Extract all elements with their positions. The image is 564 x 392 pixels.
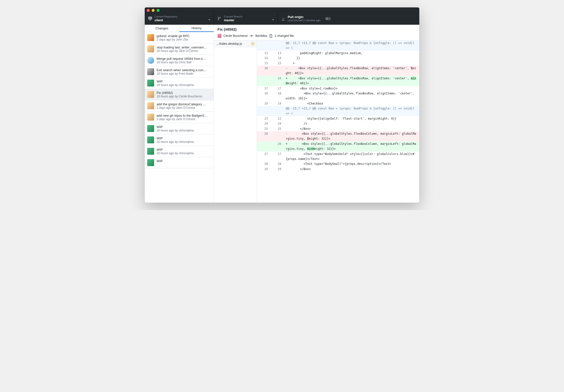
body: Changes History gobind: enable git RPC2 … xyxy=(145,25,419,203)
diff-line: @@ -23,7 +23,7 @@ const Row = (props: Ro… xyxy=(257,106,419,116)
old-line-number: 13 xyxy=(257,51,270,56)
avatar xyxy=(147,57,154,64)
diff-code: <Text type="BodySemibold" style={{color:… xyxy=(284,152,419,162)
fetch-status: Last fetched 2 minutes ago xyxy=(288,19,320,22)
sidebar: Changes History gobind: enable git RPC2 … xyxy=(145,25,214,203)
commit-item[interactable]: add the gregor.dismissCategory …2 days a… xyxy=(145,100,214,112)
diff-line: 2525 </Box> xyxy=(257,126,419,131)
branch-selector[interactable]: Current Branch master xyxy=(214,12,278,25)
new-line-number: 16 xyxy=(270,76,284,86)
diff-line: 2828 <Text type="BodySmall">{props.descr… xyxy=(257,161,419,166)
commit-list[interactable]: gobind: enable git RPC2 days ago by John… xyxy=(145,32,214,203)
window-close-button[interactable] xyxy=(147,9,150,12)
old-line-number xyxy=(257,76,270,86)
diff-code: + <Box style={{...globalStyles.flexBoxCo… xyxy=(284,141,419,152)
commit-item-meta: 20 hours ago by chrisnojima xyxy=(157,140,194,144)
old-line-number: 23 xyxy=(257,116,270,121)
commit-item[interactable]: Merge pull request #8584 from k…18 hours… xyxy=(145,55,214,66)
commit-item[interactable]: Fix (#8592)19 hours ago by Cécile Bouche… xyxy=(145,89,214,100)
new-line-number: 13 xyxy=(270,51,284,56)
content-row: .../index.desktop.js @@ -13,7 +13,7 @@ c… xyxy=(214,41,419,203)
chevron-down-icon xyxy=(208,18,210,20)
commit-item-title: WIP xyxy=(157,159,163,163)
diff-line: 2424 /> xyxy=(257,121,419,126)
diff-code: > xyxy=(284,61,419,66)
avatar xyxy=(147,159,154,166)
diff-line: 26- <Box style={{...globalStyles.flexBox… xyxy=(257,131,419,141)
window-minimize-button[interactable] xyxy=(152,9,155,12)
toolbar: Current Repository client Current Branch… xyxy=(145,12,419,25)
file-item[interactable]: .../index.desktop.js xyxy=(214,41,257,47)
diff-code: - <Box style={{...globalStyles.flexBoxCo… xyxy=(284,131,419,141)
diff-code: @@ -13,7 +13,7 @@ const Row = (props: Ro… xyxy=(284,41,419,51)
diff-code: style={{alignSelf: 'flext-start', margin… xyxy=(284,116,419,121)
old-line-number: 14 xyxy=(257,56,270,61)
avatar xyxy=(147,68,154,75)
diff-code: <Box style={{...globalStyles.flexBoxRow,… xyxy=(284,91,419,101)
new-line-number: 14 xyxy=(270,56,284,61)
new-line-number: 24 xyxy=(270,121,284,126)
diff-line: 2727 <Text type="BodySemibold" style={{c… xyxy=(257,152,419,162)
new-line-number: 25 xyxy=(270,126,284,131)
diff-line: 1313 paddingRight: globalMargins.medium, xyxy=(257,51,419,56)
commit-title: Fix (#8592) xyxy=(217,27,416,31)
diff-line: 16+ <Box style={{...globalStyles.flexBox… xyxy=(257,76,419,86)
old-line-number: 28 xyxy=(257,161,270,166)
new-line-number xyxy=(270,106,284,116)
diff-code: <Checkbox xyxy=(284,101,419,106)
diff-code: - <Box style={{...globalStyles.flexBoxRo… xyxy=(284,66,419,76)
arrow-down-icon xyxy=(281,17,285,21)
commit-item[interactable]: WIP20 hours ago by chrisnojima xyxy=(145,146,214,157)
diff-view[interactable]: @@ -13,7 +13,7 @@ const Row = (props: Ro… xyxy=(257,41,419,203)
old-line-number: 17 xyxy=(257,86,270,91)
commit-item-title: WIP xyxy=(157,148,194,152)
old-line-number: 25 xyxy=(257,126,270,131)
commit-item[interactable]: WIP18 hours ago by chrisnojima xyxy=(145,78,214,89)
files-changed-label: 1 changed file xyxy=(275,34,294,38)
new-line-number: 17 xyxy=(270,86,284,91)
diff-code: paddingRight: globalMargins.medium, xyxy=(284,51,419,56)
diff-line: @@ -13,7 +13,7 @@ const Row = (props: Ro… xyxy=(257,41,419,51)
app-window: Current Repository client Current Branch… xyxy=(145,7,419,203)
diff-line: 16- <Box style={{...globalStyles.flexBox… xyxy=(257,66,419,76)
commit-item-title: add new git repos to the BadgerS… xyxy=(157,114,208,117)
commit-item-title: Exit search when selecting a con… xyxy=(157,68,207,72)
new-line-number xyxy=(270,41,284,51)
commit-item[interactable]: stop loading last_writer_usernam…20 hour… xyxy=(145,44,214,55)
repo-selector[interactable]: Current Repository client xyxy=(145,12,214,25)
commit-author: Cécile Boucheron xyxy=(223,34,248,38)
author-avatar xyxy=(217,34,221,38)
commit-sha[interactable]: 9dc9dba xyxy=(255,34,267,38)
commit-item[interactable]: WIP xyxy=(145,157,214,168)
avatar xyxy=(147,136,154,143)
tab-changes[interactable]: Changes xyxy=(145,25,179,32)
commit-item-meta: 18 hours ago by chrisnojima xyxy=(157,83,194,87)
commit-item-meta: 20 hours ago by Jack O'Connor xyxy=(157,49,207,53)
tab-history[interactable]: History xyxy=(179,25,214,32)
new-line-number: 26 xyxy=(270,141,284,152)
commit-item[interactable]: Exit search when selecting a con…18 hour… xyxy=(145,66,214,78)
commit-subheader: Cécile Boucheron 9dc9dba 1 changed file xyxy=(214,33,419,41)
new-line-number: 18 xyxy=(270,91,284,101)
diff-line: 26+ <Box style={{...globalStyles.flexBox… xyxy=(257,141,419,152)
main: Fix (#8592) Cécile Boucheron 9dc9dba 1 c… xyxy=(214,25,419,203)
commit-item[interactable]: add new git repos to the BadgerS…3 days … xyxy=(145,112,214,123)
diff-line: 1818 <Box style={{...globalStyles.flexBo… xyxy=(257,91,419,101)
pull-origin-button[interactable]: Pull origin Last fetched 2 minutes ago 1… xyxy=(278,12,419,25)
pull-count-badge: 1 ↓ xyxy=(325,17,331,20)
new-line-number: 23 xyxy=(270,116,284,121)
branch-value: master xyxy=(224,18,242,22)
diff-line: 1919 <Checkbox xyxy=(257,101,419,106)
avatar xyxy=(147,102,154,109)
commit-item[interactable]: WIP20 hours ago by chrisnojima xyxy=(145,123,214,134)
commit-item[interactable]: gobind: enable git RPC2 days ago by John… xyxy=(145,32,214,44)
commit-item-title: WIP xyxy=(157,125,194,129)
old-line-number: 16 xyxy=(257,66,270,76)
commit-item[interactable]: WIP20 hours ago by chrisnojima xyxy=(145,134,214,146)
avatar xyxy=(147,114,154,121)
old-line-number xyxy=(257,41,270,51)
fetch-label: Pull origin xyxy=(288,15,320,19)
old-line-number xyxy=(257,106,270,116)
commit-item-title: WIP xyxy=(157,136,194,140)
window-maximize-button[interactable] xyxy=(157,9,160,12)
